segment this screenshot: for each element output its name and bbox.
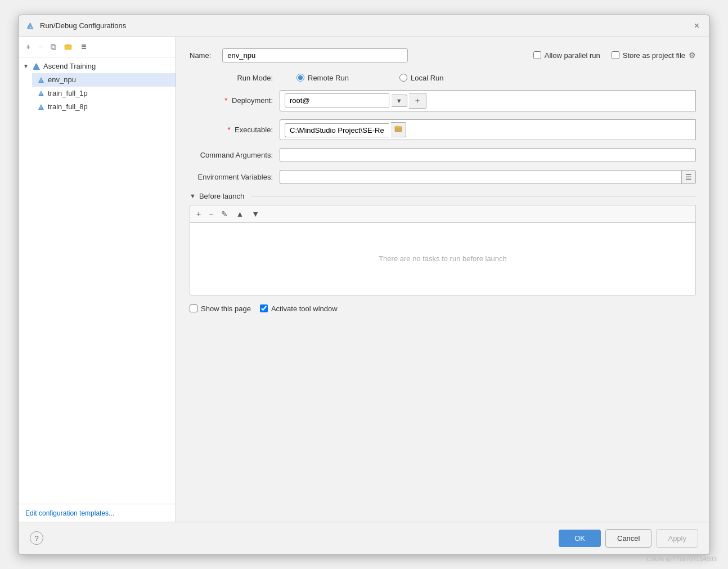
allow-parallel-label: Allow parallel run (545, 51, 600, 60)
before-launch-title: Before launch (199, 192, 244, 200)
sidebar-tree: ▼ Ascend Training (19, 57, 176, 504)
deployment-row: * Deployment: ▼ ＋ (190, 90, 696, 111)
sidebar-footer: Edit configuration templates... (19, 504, 176, 522)
command-args-label: Command Arguments: (190, 151, 280, 159)
run-debug-dialog: Run/Debug Configurations × + − ⧉ (18, 15, 710, 555)
checkboxes-right: Allow parallel run Store as project file… (533, 51, 696, 60)
edit-templates-link[interactable]: Edit configuration templates... (25, 509, 114, 517)
show-page-checkbox[interactable] (190, 304, 197, 312)
before-launch-header: ▼ Before launch (190, 192, 696, 200)
remove-config-button[interactable]: − (35, 41, 46, 53)
executable-input-group (280, 119, 696, 140)
remote-run-radio[interactable] (296, 74, 304, 82)
allow-parallel-checkbox-item: Allow parallel run (533, 51, 600, 60)
before-launch-content: There are no tasks to run before launch (190, 222, 696, 295)
folder-button[interactable] (61, 41, 75, 52)
before-launch-toolbar: + − ✎ ▲ ▼ (190, 205, 696, 222)
before-launch-down-button[interactable]: ▼ (249, 208, 262, 220)
svg-rect-10 (40, 79, 42, 82)
config-icon-env-npu (37, 75, 46, 84)
env-vars-input-group: ☰ (280, 170, 696, 184)
apply-button[interactable]: Apply (656, 529, 698, 548)
deployment-input[interactable] (285, 93, 389, 107)
svg-rect-2 (30, 27, 31, 28)
group-arrow: ▼ (23, 63, 30, 69)
local-run-radio[interactable] (399, 74, 407, 82)
env-vars-label: Environment Variables: (190, 173, 280, 181)
show-page-label: Show this page (201, 304, 251, 313)
before-launch-section: ▼ Before launch + − ✎ ▲ ▼ There are no t… (190, 192, 696, 295)
activate-window-checkbox-item: Activate tool window (260, 304, 338, 313)
footer-left: ? (30, 531, 43, 545)
tree-item-env-npu[interactable]: env_npu (32, 73, 176, 87)
close-button[interactable]: × (691, 20, 703, 32)
add-config-button[interactable]: + (23, 41, 33, 53)
tree-item-label-env-npu: env_npu (48, 75, 76, 84)
env-vars-input[interactable] (280, 170, 681, 184)
command-args-input[interactable] (280, 148, 696, 162)
remote-run-radio-item: Remote Run (296, 74, 349, 82)
svg-marker-7 (33, 63, 40, 70)
allow-parallel-checkbox[interactable] (533, 51, 541, 59)
help-button[interactable]: ? (30, 531, 43, 545)
sidebar: + − ⧉ (19, 37, 176, 522)
remote-run-label: Remote Run (308, 74, 349, 82)
command-args-row: Command Arguments: (190, 148, 696, 162)
before-launch-remove-button[interactable]: − (206, 208, 216, 220)
svg-marker-0 (27, 23, 34, 29)
local-run-radio-item: Local Run (399, 74, 444, 82)
ascend-group-icon (32, 62, 41, 71)
section-divider (251, 196, 696, 196)
gear-icon: ⚙ (689, 51, 696, 60)
deployment-add-button[interactable]: ＋ (409, 93, 426, 109)
executable-browse-button[interactable] (391, 122, 406, 137)
local-run-label: Local Run (411, 74, 444, 82)
tree-item-train-1p[interactable]: train_full_1p (32, 87, 176, 100)
ok-button[interactable]: OK (559, 530, 601, 547)
before-launch-add-button[interactable]: + (194, 208, 204, 220)
deployment-label: * Deployment: (190, 96, 280, 105)
store-as-project-checkbox-item: Store as project file ⚙ (612, 51, 696, 60)
env-vars-row: Environment Variables: ☰ (190, 170, 696, 184)
dialog-content: + − ⧉ (19, 37, 709, 522)
no-tasks-text: There are no tasks to run before launch (379, 254, 507, 263)
before-launch-toggle[interactable]: ▼ (190, 192, 196, 199)
cancel-button[interactable]: Cancel (605, 529, 651, 548)
env-vars-edit-button[interactable]: ☰ (681, 170, 696, 184)
name-label: Name: (190, 51, 211, 60)
footer-right: OK Cancel Apply (559, 529, 698, 548)
dialog-icon (25, 21, 35, 31)
tree-item-label-train-1p: train_full_1p (48, 89, 88, 97)
group-label: Ascend Training (43, 62, 96, 70)
deployment-dropdown-arrow[interactable]: ▼ (392, 95, 407, 107)
dialog-footer: ? OK Cancel Apply (19, 522, 709, 554)
before-launch-up-button[interactable]: ▲ (233, 208, 246, 220)
watermark: CSDN @??18707114993 (646, 555, 717, 562)
sort-button[interactable] (77, 41, 91, 52)
tree-group-header[interactable]: ▼ Ascend Training (19, 60, 176, 73)
tree-group-ascend: ▼ Ascend Training (19, 60, 176, 114)
copy-config-button[interactable]: ⧉ (48, 41, 59, 53)
bottom-options: Show this page Activate tool window (190, 304, 696, 313)
store-as-project-checkbox[interactable] (612, 51, 619, 59)
show-page-checkbox-item: Show this page (190, 304, 251, 313)
tree-item-label-train-8p: train_full_8p (48, 102, 88, 111)
config-icon-train-1p (37, 89, 46, 98)
executable-row: * Executable: (190, 119, 696, 140)
activate-window-checkbox[interactable] (260, 304, 268, 312)
deployment-required: * (224, 96, 227, 105)
svg-rect-12 (40, 92, 42, 95)
before-launch-edit-button[interactable]: ✎ (218, 208, 231, 220)
executable-input[interactable] (285, 123, 389, 137)
executable-label: * Executable: (190, 126, 280, 134)
svg-rect-14 (40, 106, 42, 109)
deployment-input-group: ▼ ＋ (280, 90, 696, 111)
name-input[interactable] (222, 48, 408, 62)
title-bar: Run/Debug Configurations × (19, 15, 709, 37)
name-row: Name: Allow parallel run Store as projec… (190, 48, 696, 62)
executable-required: * (227, 126, 230, 134)
store-as-project-label: Store as project file (623, 51, 685, 60)
sidebar-toolbar: + − ⧉ (19, 37, 176, 57)
tree-item-train-8p[interactable]: train_full_8p (32, 100, 176, 114)
main-panel: Name: Allow parallel run Store as projec… (176, 37, 709, 522)
